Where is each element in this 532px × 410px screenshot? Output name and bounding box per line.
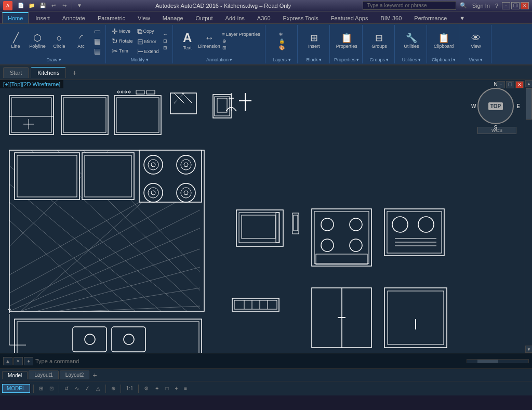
tab-expresstools[interactable]: Express Tools xyxy=(277,12,324,23)
status-customize-btn[interactable]: ≡ xyxy=(182,385,189,392)
draw-hatch-btn[interactable]: ▦ xyxy=(92,36,102,46)
annotation-table-btn[interactable]: ⊞ xyxy=(221,45,262,51)
qa-new[interactable]: 📄 xyxy=(16,2,25,10)
draw-gradient-btn[interactable]: ▤ xyxy=(92,46,102,56)
modify-copy-btn[interactable]: ⧉ Copy xyxy=(136,27,161,36)
status-otrack-btn[interactable]: △ xyxy=(94,385,102,392)
tab-parametric[interactable]: Parametric xyxy=(92,12,131,23)
status-ws-btn[interactable]: ✦ xyxy=(153,385,161,392)
qa-more[interactable]: ▼ xyxy=(75,2,84,10)
tab-home[interactable]: Home xyxy=(2,12,29,23)
cmd-close-btn[interactable]: ✕ xyxy=(14,357,23,365)
h-scrollbar[interactable] xyxy=(467,359,529,363)
status-fullscreen-btn[interactable]: + xyxy=(173,385,180,392)
win-restore-btn[interactable]: ❐ xyxy=(511,2,520,9)
cmd-options-btn[interactable]: ♦ xyxy=(24,357,33,365)
win-minimize-btn[interactable]: − xyxy=(502,2,510,9)
modify-scale-btn[interactable]: ⊡ xyxy=(162,38,169,44)
status-scale-btn[interactable]: 1:1 xyxy=(124,385,136,392)
dimension-icon: ↔ xyxy=(205,33,214,43)
plan-sink-area xyxy=(15,319,202,353)
tab-view[interactable]: View xyxy=(132,12,156,23)
status-snap-btn[interactable]: ⊡ xyxy=(47,385,56,392)
win-close-btn[interactable]: ✕ xyxy=(521,2,529,9)
qa-open[interactable]: 📁 xyxy=(27,2,36,10)
modify-rotate-btn[interactable]: ↻ Rotate xyxy=(110,36,135,46)
viewport-close-btn[interactable]: ✕ xyxy=(515,81,524,88)
draw-rect-btn[interactable]: ▭ xyxy=(92,27,102,36)
scroll-up-btn[interactable]: ▲ xyxy=(525,80,532,87)
annotation-text-btn[interactable]: A Text xyxy=(177,29,198,54)
annotation-matchprop-btn[interactable]: ⊕ xyxy=(221,38,262,44)
status-grid-btn[interactable]: ⊞ xyxy=(37,385,45,392)
tab-manage[interactable]: Manage xyxy=(157,12,189,23)
doc-tab-new[interactable]: + xyxy=(68,67,81,79)
status-ui-btn[interactable]: □ xyxy=(163,385,170,392)
modify-extend-btn[interactable]: ⊢ Extend xyxy=(136,47,161,56)
groups-btn[interactable]: ⊟ Groups xyxy=(369,29,390,54)
status-lineweight-btn[interactable]: ⊕ xyxy=(109,385,117,392)
viewport-restore-btn[interactable]: ❐ xyxy=(506,81,514,88)
tab-bim360[interactable]: BIM 360 xyxy=(375,12,407,23)
scroll-track[interactable] xyxy=(525,87,532,346)
modify-mirror-btn[interactable]: ⊟ Mirror xyxy=(136,37,161,46)
tab-insert[interactable]: Insert xyxy=(30,12,56,23)
scroll-down-btn[interactable]: ▼ xyxy=(525,346,532,353)
scroll-thumb[interactable] xyxy=(526,88,532,120)
status-annotscale-btn[interactable]: ⚙ xyxy=(142,385,151,392)
panel-draw: ╱ Line ⬡ Polyline ○ Circle ◜ Arc ▭ ▦ ▤ D… xyxy=(2,25,106,63)
qa-save[interactable]: 💾 xyxy=(38,2,47,10)
tab-a360[interactable]: A360 xyxy=(251,12,276,23)
doc-tab-start[interactable]: Start xyxy=(3,67,29,78)
tab-annotate[interactable]: Annotate xyxy=(57,12,91,23)
draw-circle-btn[interactable]: ○ Circle xyxy=(49,29,70,54)
layout-tab-new[interactable]: + xyxy=(90,370,99,380)
status-ortho-btn[interactable]: ↺ xyxy=(62,385,71,392)
modify-stretch-btn[interactable]: ↔ xyxy=(162,31,169,37)
draw-arc-btn[interactable]: ◜ Arc xyxy=(71,29,91,54)
draw-line-btn[interactable]: ╱ Line xyxy=(5,29,26,54)
annotation-layerprop-btn[interactable]: ≡ Layer Properties xyxy=(221,31,262,37)
compass-top-btn[interactable]: TOP xyxy=(488,102,503,110)
layout-tab-model[interactable]: Model xyxy=(2,371,28,379)
annotation-dim-btn[interactable]: ↔ Dimension xyxy=(199,29,220,54)
qa-undo[interactable]: ↩ xyxy=(49,2,58,10)
utilities-btn[interactable]: 🔧 Utilities xyxy=(401,29,422,54)
command-input[interactable] xyxy=(35,358,464,364)
search-input[interactable] xyxy=(363,1,456,10)
clipboard-btn[interactable]: 📋 Clipboard xyxy=(433,29,454,54)
search-icon[interactable]: 🔍 xyxy=(458,2,469,9)
status-polar-btn[interactable]: ∿ xyxy=(73,385,81,392)
tab-performance[interactable]: Performance xyxy=(408,12,453,23)
qa-redo[interactable]: ↪ xyxy=(60,2,69,10)
groups-icon: ⊟ xyxy=(375,33,383,43)
layers-freeze-btn[interactable]: ❄ xyxy=(277,31,286,37)
tab-output[interactable]: Output xyxy=(190,12,219,23)
tab-addins[interactable]: Add-ins xyxy=(220,12,250,23)
layout-tab-layout1[interactable]: Layout1 xyxy=(29,371,59,379)
compass-circle[interactable]: N S E W TOP xyxy=(477,88,514,124)
table-icon: ⊞ xyxy=(222,45,227,50)
properties-icon: 📋 xyxy=(341,33,352,43)
modify-array-btn[interactable]: ⊞ xyxy=(162,45,169,51)
layers-lock-btn[interactable]: 🔒 xyxy=(277,38,286,44)
drawing-viewport[interactable]: Y xyxy=(0,90,525,353)
draw-polyline-btn[interactable]: ⬡ Polyline xyxy=(27,29,48,54)
doc-tab-kitchens[interactable]: Kitchens xyxy=(31,67,66,78)
h-scroll-thumb[interactable] xyxy=(477,360,498,363)
modify-move-btn[interactable]: ✛ Move xyxy=(110,27,135,36)
viewport-minimize-btn[interactable]: − xyxy=(497,81,505,88)
tab-featuredapps[interactable]: Featured Apps xyxy=(325,12,374,23)
cmd-expand-btn[interactable]: ▲ xyxy=(3,357,12,365)
block-insert-btn[interactable]: ⊞ Insert xyxy=(303,29,324,54)
tab-expand[interactable]: ▼ xyxy=(454,12,471,23)
help-icon[interactable]: ? xyxy=(494,3,500,9)
view-btn[interactable]: 👁 View xyxy=(466,29,486,54)
status-osnap-btn[interactable]: ∠ xyxy=(83,385,92,392)
status-model-btn[interactable]: MODEL xyxy=(2,384,30,393)
layout-tab-layout2[interactable]: Layout2 xyxy=(60,371,90,379)
layers-color-btn[interactable]: 🎨 xyxy=(277,45,286,51)
sign-in-btn[interactable]: Sign In xyxy=(471,3,491,9)
properties-btn[interactable]: 📋 Properties xyxy=(336,29,357,54)
modify-trim-btn[interactable]: ✂ Trim xyxy=(110,46,135,56)
